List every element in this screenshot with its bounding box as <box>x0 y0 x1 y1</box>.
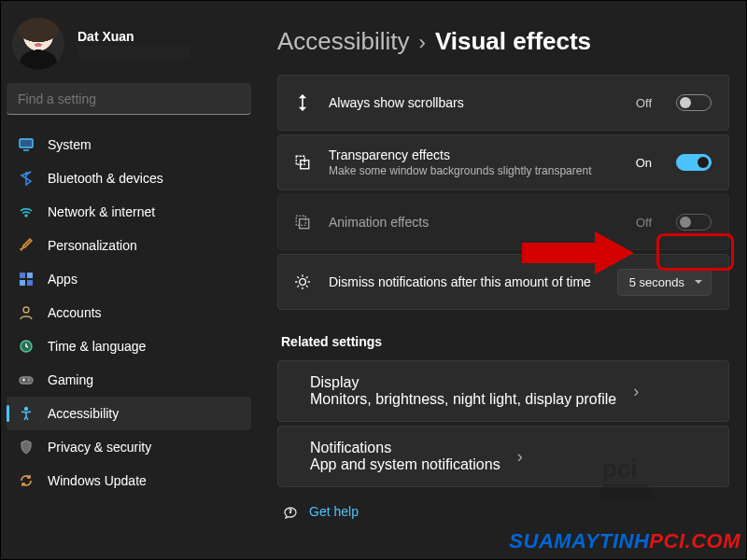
svg-rect-5 <box>20 273 25 278</box>
sidebar-item-label: Gaming <box>48 372 93 387</box>
svg-point-4 <box>25 215 27 217</box>
toggle-state: On <box>636 156 652 170</box>
breadcrumb: Accessibility › Visual effects <box>277 27 729 56</box>
profile-block[interactable]: Dat Xuan <box>1 3 257 83</box>
sidebar-item-personalization[interactable]: Personalization <box>7 229 251 262</box>
sidebar-item-apps[interactable]: Apps <box>7 262 251 296</box>
svg-rect-11 <box>20 377 33 384</box>
svg-point-21 <box>289 511 290 512</box>
sidebar-item-time[interactable]: Time & language <box>7 329 251 363</box>
accessibility-icon <box>18 406 35 421</box>
related-subtitle: Monitors, brightness, night light, displ… <box>310 391 616 408</box>
sidebar-item-label: Time & language <box>48 339 146 354</box>
nav-list: System Bluetooth & devices Network & int… <box>1 124 257 497</box>
update-icon <box>18 473 35 488</box>
bluetooth-icon <box>18 171 35 186</box>
breadcrumb-parent[interactable]: Accessibility <box>277 27 410 56</box>
sidebar-item-system[interactable]: System <box>7 128 251 161</box>
sidebar-item-bluetooth[interactable]: Bluetooth & devices <box>7 161 251 195</box>
wifi-icon <box>18 204 35 219</box>
brightness-icon <box>293 273 312 290</box>
svg-rect-7 <box>20 280 25 286</box>
main-content: Accessibility › Visual effects Always sh… <box>257 1 746 559</box>
profile-name: Dat Xuan <box>78 29 190 44</box>
transparency-toggle[interactable] <box>676 154 712 171</box>
sidebar-item-label: Accessibility <box>48 406 119 421</box>
search-input[interactable] <box>7 83 251 115</box>
svg-rect-6 <box>27 273 33 278</box>
svg-text:pci: pci <box>602 455 638 483</box>
brush-icon <box>18 238 35 253</box>
sidebar-item-accounts[interactable]: Accounts <box>7 296 251 329</box>
toggle-state: Off <box>636 216 652 230</box>
shield-icon <box>18 440 35 455</box>
svg-point-18 <box>300 279 306 286</box>
setting-transparency[interactable]: Transparency effects Make some window ba… <box>277 134 729 190</box>
sidebar-item-label: Bluetooth & devices <box>48 171 163 186</box>
svg-rect-16 <box>300 219 309 229</box>
sidebar-item-update[interactable]: Windows Update <box>7 464 251 497</box>
related-subtitle: App and system notifications <box>310 456 500 473</box>
svg-rect-2 <box>20 139 33 147</box>
sidebar: Dat Xuan System Bluetooth & devices Netw… <box>1 1 257 559</box>
sidebar-item-privacy[interactable]: Privacy & security <box>7 430 251 464</box>
gaming-icon <box>18 372 35 387</box>
search-wrap <box>7 83 251 115</box>
transparency-icon <box>293 154 312 171</box>
chevron-right-icon: › <box>419 31 426 55</box>
profile-email <box>78 46 190 59</box>
monitor-icon <box>18 137 35 152</box>
related-heading: Related settings <box>281 334 729 349</box>
animation-icon <box>293 214 312 231</box>
svg-point-9 <box>23 307 29 313</box>
sidebar-item-label: Personalization <box>48 238 137 253</box>
animation-toggle[interactable] <box>676 214 712 231</box>
setting-title: Transparency effects <box>329 147 619 162</box>
sidebar-item-network[interactable]: Network & internet <box>7 195 251 229</box>
chevron-right-icon: › <box>633 382 639 401</box>
get-help-label: Get help <box>309 504 359 519</box>
clock-icon <box>18 339 35 354</box>
avatar <box>12 18 64 70</box>
setting-subtitle: Make some window backgrounds slightly tr… <box>329 164 619 177</box>
help-icon <box>283 504 298 519</box>
toggle-state: Off <box>636 96 652 110</box>
related-title: Notifications <box>310 440 500 456</box>
setting-title: Dismiss notifications after this amount … <box>329 274 600 289</box>
accounts-icon <box>18 305 35 320</box>
apps-icon <box>18 272 35 287</box>
sidebar-item-label: System <box>48 137 92 152</box>
setting-scrollbars[interactable]: Always show scrollbars Off <box>277 75 729 131</box>
related-display[interactable]: Display Monitors, brightness, night ligh… <box>277 360 729 422</box>
annotation-highlight-box <box>656 233 734 271</box>
scrollbars-toggle[interactable] <box>676 94 712 111</box>
watermark-logo: pci <box>597 451 662 511</box>
svg-rect-17 <box>296 216 305 225</box>
watermark-text: SUAMAYTINHPCI.COM <box>509 529 740 553</box>
setting-title: Animation effects <box>329 215 619 230</box>
page-title: Visual effects <box>435 27 591 56</box>
sidebar-item-label: Windows Update <box>48 473 147 488</box>
svg-point-12 <box>28 379 30 381</box>
sidebar-item-accessibility[interactable]: Accessibility <box>7 397 251 430</box>
svg-point-13 <box>25 408 28 411</box>
sidebar-item-label: Privacy & security <box>48 440 151 455</box>
chevron-right-icon: › <box>517 447 523 467</box>
sidebar-item-label: Network & internet <box>48 204 155 219</box>
setting-title: Always show scrollbars <box>329 95 619 110</box>
sidebar-item-gaming[interactable]: Gaming <box>7 363 251 397</box>
related-title: Display <box>310 374 616 391</box>
sidebar-item-label: Accounts <box>48 305 102 320</box>
annotation-arrow <box>522 231 634 274</box>
svg-rect-8 <box>27 280 33 286</box>
scrollbar-icon <box>293 94 312 111</box>
sidebar-item-label: Apps <box>48 272 78 287</box>
